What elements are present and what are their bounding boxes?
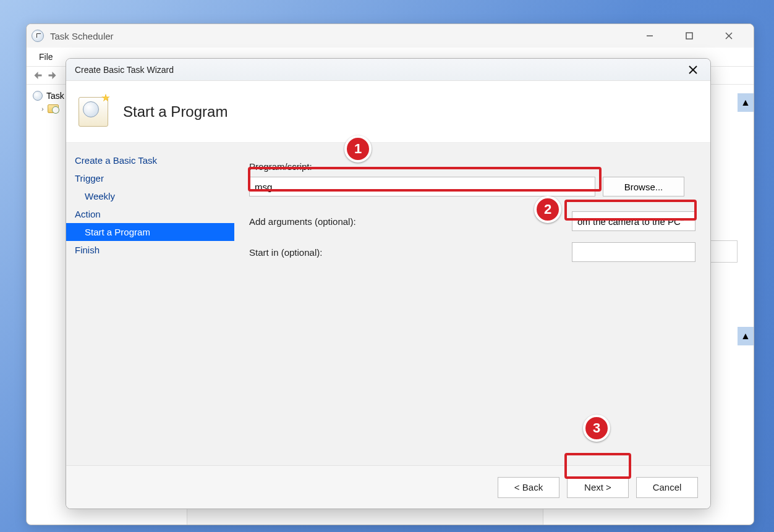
window-controls (639, 27, 749, 44)
next-button[interactable]: Next > (567, 477, 629, 498)
wizard-close-button[interactable] (684, 61, 702, 78)
annotation-callout-2: 2 (534, 196, 561, 223)
create-basic-task-wizard: Create Basic Task Wizard Start a Program… (66, 58, 711, 509)
tree-root-label: Task (46, 91, 64, 101)
scroll-up-button[interactable]: ▲ (738, 93, 754, 112)
back-button[interactable]: < Back (498, 477, 559, 498)
close-button[interactable] (718, 27, 740, 44)
nav-forward-icon[interactable] (46, 69, 60, 82)
nav-trigger-weekly[interactable]: Weekly (66, 187, 234, 205)
clock-icon (33, 91, 43, 101)
annotation-callout-1: 1 (344, 135, 372, 163)
scroll-up-button-2[interactable]: ▲ (738, 327, 754, 345)
nav-action[interactable]: Action (66, 205, 234, 223)
wizard-titlebar[interactable]: Create Basic Task Wizard (66, 59, 710, 81)
clock-icon (32, 30, 44, 42)
chevron-right-icon[interactable]: › (41, 105, 44, 112)
program-script-label: Program/script: (249, 161, 695, 172)
minimize-button[interactable] (639, 27, 661, 44)
nav-trigger[interactable]: Trigger (66, 169, 234, 187)
nav-finish[interactable]: Finish (66, 241, 234, 259)
start-in-label: Start in (optional): (249, 247, 322, 258)
cancel-button[interactable]: Cancel (636, 477, 698, 498)
wizard-header: Start a Program (66, 81, 710, 143)
nav-start-a-program[interactable]: Start a Program (66, 223, 234, 241)
browse-button[interactable]: Browse... (603, 177, 684, 196)
wizard-icon (79, 97, 108, 127)
program-script-input[interactable] (249, 177, 595, 196)
wizard-nav: Create a Basic Task Trigger Weekly Actio… (66, 143, 234, 465)
add-arguments-label: Add arguments (optional): (249, 216, 356, 227)
svg-rect-1 (686, 33, 692, 39)
wizard-title: Create Basic Task Wizard (75, 65, 174, 75)
start-in-input[interactable] (572, 242, 695, 262)
annotation-callout-3: 3 (583, 415, 610, 442)
nav-create-basic-task[interactable]: Create a Basic Task (66, 151, 234, 169)
add-arguments-input[interactable] (572, 211, 695, 231)
wizard-form: Program/script: Browse... Add arguments … (234, 143, 710, 465)
window-title: Task Scheduler (50, 31, 114, 41)
menu-file[interactable]: File (33, 50, 59, 64)
wizard-body: Create a Basic Task Trigger Weekly Actio… (66, 143, 710, 465)
nav-back-icon[interactable] (30, 69, 44, 82)
maximize-button[interactable] (678, 27, 700, 44)
titlebar[interactable]: Task Scheduler (27, 24, 754, 48)
folder-icon (48, 104, 59, 113)
wizard-footer: < Back Next > Cancel (66, 465, 710, 509)
wizard-header-title: Start a Program (123, 103, 228, 120)
